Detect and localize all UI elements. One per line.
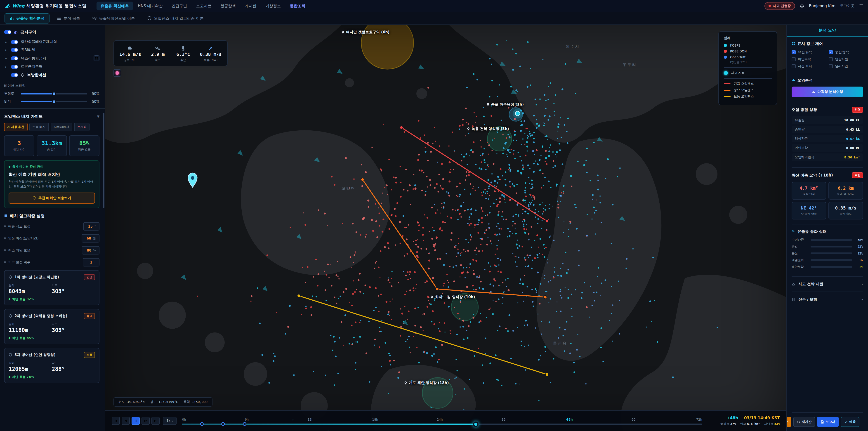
zone-style-button[interactable] xyxy=(94,55,99,61)
zone-toggle[interactable] xyxy=(11,65,18,69)
timeline-tick[interactable]: 18h xyxy=(372,418,378,421)
polygon-analysis-button[interactable]: 다각형 분석수행 xyxy=(792,87,863,97)
collapsed-section[interactable]: 선주 / 보험▾ xyxy=(792,292,863,307)
zone-row[interactable]: ▸황산화물배출규제지역 xyxy=(4,38,99,46)
display-checkbox[interactable]: 민감자원 xyxy=(829,57,863,61)
recalculate-button[interactable]: 재계산 xyxy=(793,417,815,427)
map-canvas[interactable]: 14.6 m/s풍속 (NE)2.9 m파고6.3°C수온0.38 m/s해류 … xyxy=(105,25,786,431)
display-checkbox[interactable]: ✓유향/유속 xyxy=(792,50,826,54)
defense-line-card[interactable]: 1차 방어선 (고강도 차단형)긴급길이8043m각도303°차단 효율 92% xyxy=(4,270,99,305)
fence-guide-header[interactable]: 오일펜스 배치 가이드▼ xyxy=(4,114,99,119)
apply-recommendation-button[interactable]: 추천 배치안 적용하기 xyxy=(8,192,95,204)
nav-item[interactable]: HNS·대기확산 xyxy=(134,2,167,10)
zone-row[interactable]: 북방한계선 xyxy=(4,71,99,79)
fence-mode-button[interactable]: AI 자동 추천 xyxy=(4,123,28,131)
timeline-stat: 차단율 83% xyxy=(764,422,780,426)
logout-button[interactable]: 로그아웃 xyxy=(840,4,855,8)
setting-input[interactable]: 1x xyxy=(83,258,99,267)
timeline-tick[interactable]: 0h xyxy=(182,418,186,421)
pause-button[interactable] xyxy=(131,417,140,425)
setting-input[interactable]: 80% xyxy=(82,246,99,254)
timeline-tick[interactable]: 12h xyxy=(307,418,313,421)
tab[interactable]: 유출유확산모델 이론 xyxy=(87,13,140,24)
nav-item[interactable]: 유출유 확산예측 xyxy=(96,2,133,10)
bell-icon[interactable] xyxy=(800,3,804,8)
setting-label: 안전 마진(도달시간) xyxy=(8,236,39,241)
zone-toggle[interactable] xyxy=(11,73,18,77)
risk-badge: 위험 xyxy=(852,107,863,113)
zone-row[interactable]: ▸유처리제 xyxy=(4,46,99,54)
fence-mode-button[interactable]: 시뮬레이션 xyxy=(51,123,72,131)
nav-item[interactable]: 기상정보 xyxy=(261,2,285,10)
tab-analysis-summary[interactable]: 분석 요약 xyxy=(786,25,868,37)
zones-master-toggle[interactable] xyxy=(4,30,11,34)
display-checkbox[interactable]: 날씨시간 xyxy=(829,64,863,68)
defense-angle: 288° xyxy=(52,366,95,372)
weathering-bar: 증발22% xyxy=(792,245,863,249)
defense-efficiency: 차단 효율 92% xyxy=(12,297,34,301)
timeline-tick[interactable]: 24h xyxy=(437,418,443,421)
zone-toggle[interactable] xyxy=(11,40,18,44)
skip-end-button[interactable] xyxy=(151,417,160,425)
timeline-event-marker[interactable] xyxy=(221,422,225,426)
nav-item[interactable]: 통합조회 xyxy=(286,2,309,10)
nav-item[interactable]: 보고자료 xyxy=(192,2,215,10)
timeline-tick[interactable]: 60h xyxy=(631,418,638,421)
display-checkbox[interactable]: 시간 표시 xyxy=(792,64,826,68)
slider-knob[interactable] xyxy=(52,99,56,104)
predict-toggle-button[interactable]: 예측 xyxy=(841,417,860,427)
timeline-knob[interactable] xyxy=(473,422,478,427)
sidebar-scrollbar[interactable] xyxy=(103,113,104,208)
defense-line-card[interactable]: 2차 방어선 (외해용 중형 포위형)중요길이11180m각도303°차단 효율… xyxy=(4,309,99,344)
zone-row[interactable]: ▸유조선통항금지 xyxy=(4,54,99,63)
timeline-event-marker[interactable] xyxy=(200,422,204,426)
timeline-event-marker[interactable] xyxy=(243,422,246,426)
fast-forward-button[interactable] xyxy=(142,417,150,425)
slider-knob[interactable] xyxy=(52,92,56,96)
report-button[interactable]: 보고서 xyxy=(817,417,839,427)
timeline-tick[interactable]: 48h xyxy=(566,418,573,421)
map-tool-button[interactable] xyxy=(114,69,121,77)
zone-toggle[interactable] xyxy=(11,48,18,52)
user-name[interactable]: Eunjeong Kim xyxy=(809,4,835,8)
zone-toggle[interactable] xyxy=(11,56,18,60)
nav-item[interactable]: 긴급구난 xyxy=(167,2,191,10)
collapsed-section[interactable]: 사고 선박 제원▾ xyxy=(792,277,863,292)
slider-value: 50% xyxy=(90,92,99,96)
fence-mode-button[interactable]: 초기화 xyxy=(74,123,90,131)
defense-line-card[interactable]: 3차 방어선 (연안 경량형)보통길이12065m각도288°차단 효율 78% xyxy=(4,348,99,383)
save-button[interactable]: 저장 xyxy=(786,417,792,427)
step-back-button[interactable] xyxy=(122,417,130,425)
display-checkbox[interactable]: 해안부착 xyxy=(792,57,826,61)
skip-start-button[interactable] xyxy=(112,417,120,425)
slider-track[interactable] xyxy=(21,93,87,94)
timeline-tick[interactable]: 6h xyxy=(245,418,249,421)
tab[interactable]: 유출유 확산분석 xyxy=(4,13,50,24)
timeline-tick[interactable]: 36h xyxy=(502,418,507,421)
nav-item[interactable]: 게시판 xyxy=(241,2,260,10)
hamburger-menu-icon[interactable] xyxy=(859,4,864,8)
logo-text: Wing xyxy=(12,3,25,8)
zone-label: 황산화물배출규제지역 xyxy=(21,39,57,44)
tab[interactable]: 분석 목록 xyxy=(52,13,85,24)
nav-item[interactable]: 항공탐색 xyxy=(216,2,240,10)
display-checkbox[interactable]: ✓풍향/풍속 xyxy=(829,50,863,54)
timeline-track[interactable]: 0h6h12h18h24h36h48h60h72h xyxy=(182,417,702,425)
zone-row[interactable]: ▸드론금지구역 xyxy=(4,63,99,71)
current-offset: +48h xyxy=(727,415,738,420)
tab[interactable]: 오일펜스 배치 알고리즘 이론 xyxy=(142,13,209,24)
map-legend: 범례KOSPSPOSEIDONOpenDrift(앙상블 모드)사고 지점긴급 … xyxy=(718,31,777,105)
building-icon xyxy=(792,298,795,301)
incident-status-badge[interactable]: 사고 진행중 xyxy=(765,2,795,10)
slider-track[interactable] xyxy=(21,101,87,102)
legend-fence-item: 중요 오일펜스 xyxy=(724,88,772,92)
weathering-bar: 분산12% xyxy=(792,251,863,255)
section-weathering: 유출유 풍화 상태수면잔존58%증발22%분산12%에멀전화5%해안부착3% xyxy=(792,224,863,277)
timeline-tick[interactable]: 72h xyxy=(696,418,702,421)
setting-input[interactable]: 15° xyxy=(83,222,99,230)
setting-input[interactable]: 60분 xyxy=(82,234,99,243)
shield-icon xyxy=(32,196,36,200)
speed-selector[interactable]: 1x▾ xyxy=(163,417,177,425)
fence-mode-button[interactable]: 수동 배치 xyxy=(29,123,49,131)
slider-label: 밝기 xyxy=(4,99,18,104)
